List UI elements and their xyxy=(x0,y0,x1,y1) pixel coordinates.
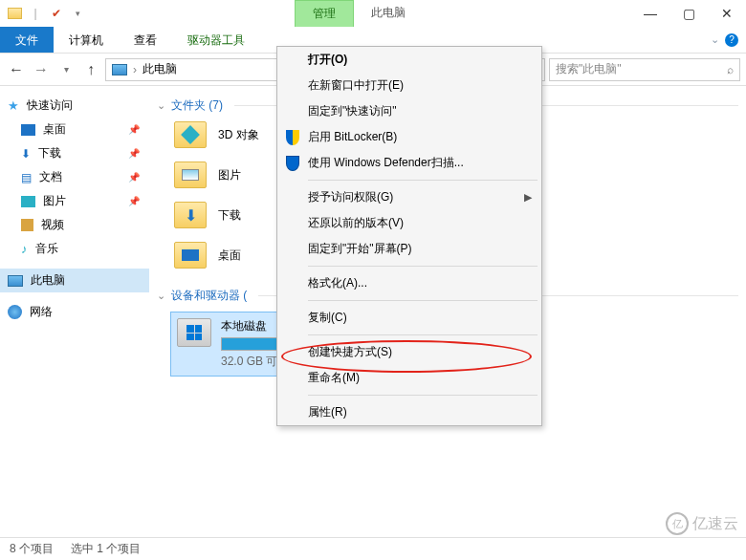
back-button[interactable]: ← xyxy=(6,59,27,80)
chevron-down-icon[interactable]: ⌄ xyxy=(711,33,719,46)
ribbon-computer[interactable]: 计算机 xyxy=(54,27,119,53)
sidebar-label: 下载 xyxy=(38,145,61,162)
ctx-properties[interactable]: 属性(R) xyxy=(277,399,541,425)
sidebar-label: 音乐 xyxy=(35,241,58,257)
pin-icon: 📌 xyxy=(128,196,140,206)
sidebar-label: 此电脑 xyxy=(31,272,65,289)
title-tabs: 管理 此电脑 xyxy=(295,0,423,27)
sidebar-label: 文档 xyxy=(39,169,62,185)
sidebar-videos[interactable]: 视频 xyxy=(0,213,149,237)
ctx-defender[interactable]: 使用 Windows Defender扫描... xyxy=(277,150,541,176)
ctx-open[interactable]: 打开(O) xyxy=(277,47,541,73)
close-button[interactable]: ✕ xyxy=(708,0,746,27)
ctx-label: 启用 BitLocker(B) xyxy=(308,129,397,145)
download-icon: ⬇ xyxy=(21,147,31,161)
separator xyxy=(308,180,538,181)
ctx-pin-start[interactable]: 固定到"开始"屏幕(P) xyxy=(277,236,541,262)
pc-icon xyxy=(8,275,23,287)
status-item-count: 8 个项目 xyxy=(10,541,54,557)
ribbon-view[interactable]: 查看 xyxy=(119,27,172,53)
ctx-pin-quick-access[interactable]: 固定到"快速访问" xyxy=(277,98,541,124)
minimize-button[interactable]: — xyxy=(631,0,669,27)
chevron-down-icon: ⌄ xyxy=(157,290,165,302)
ctx-copy[interactable]: 复制(C) xyxy=(277,305,541,331)
sidebar-music[interactable]: ♪ 音乐 xyxy=(0,237,149,261)
group-label: 设备和驱动器 ( xyxy=(171,288,247,304)
ctx-format[interactable]: 格式化(A)... xyxy=(277,270,541,296)
folder-label: 3D 对象 xyxy=(218,127,259,143)
watermark: 亿 亿速云 xyxy=(666,512,738,535)
sidebar-quick-access[interactable]: ★ 快速访问 xyxy=(0,94,149,118)
folder-label: 图片 xyxy=(218,167,241,183)
separator xyxy=(308,266,538,267)
ctx-rename[interactable]: 重命名(M) xyxy=(277,365,541,391)
ctx-label: 授予访问权限(G) xyxy=(308,189,393,205)
quick-access-toolbar: | ✔ ▾ xyxy=(0,5,86,22)
sidebar: ★ 快速访问 桌面 📌 ⬇ 下载 📌 ▤ 文档 📌 图片 📌 视频 ♪ xyxy=(0,86,149,531)
sidebar-downloads[interactable]: ⬇ 下载 📌 xyxy=(0,141,149,165)
help-icon[interactable]: ? xyxy=(725,33,738,47)
forward-button[interactable]: → xyxy=(31,59,52,80)
pc-icon xyxy=(112,64,127,75)
sidebar-desktop[interactable]: 桌面 📌 xyxy=(0,118,149,141)
breadcrumb-separator: › xyxy=(133,63,137,76)
ctx-bitlocker[interactable]: 启用 BitLocker(B) xyxy=(277,124,541,150)
search-icon[interactable]: ⌕ xyxy=(727,63,734,76)
window-controls: — ▢ ✕ xyxy=(631,0,746,27)
sidebar-this-pc[interactable]: 此电脑 xyxy=(0,269,149,292)
ctx-label: 使用 Windows Defender扫描... xyxy=(308,155,464,171)
pin-icon: 📌 xyxy=(128,124,140,135)
desktop-icon xyxy=(21,124,35,136)
ctx-give-access[interactable]: 授予访问权限(G) ▶ xyxy=(277,184,541,210)
titlebar: | ✔ ▾ 管理 此电脑 — ▢ ✕ xyxy=(0,0,746,27)
ctx-restore-versions[interactable]: 还原以前的版本(V) xyxy=(277,210,541,236)
defender-shield-icon xyxy=(285,156,300,171)
folder-label: 下载 xyxy=(218,207,241,224)
sidebar-network[interactable]: 网络 xyxy=(0,300,149,324)
up-button[interactable]: ↑ xyxy=(80,59,101,80)
pin-icon: 📌 xyxy=(128,172,140,183)
folder-label: 桌面 xyxy=(218,248,241,264)
window-title: 此电脑 xyxy=(354,0,423,27)
app-icon xyxy=(6,5,23,22)
qat-dropdown-icon[interactable]: ▾ xyxy=(69,5,86,22)
qat-separator: | xyxy=(27,5,44,22)
ctx-open-new-window[interactable]: 在新窗口中打开(E) xyxy=(277,73,541,98)
search-placeholder: 搜索"此电脑" xyxy=(556,61,622,77)
sidebar-label: 图片 xyxy=(43,193,66,209)
breadcrumb-location[interactable]: 此电脑 xyxy=(143,61,177,77)
star-icon: ★ xyxy=(8,98,19,113)
sidebar-label: 快速访问 xyxy=(27,97,73,114)
sidebar-documents[interactable]: ▤ 文档 📌 xyxy=(0,165,149,189)
folder-icon xyxy=(174,121,207,148)
network-icon xyxy=(8,305,22,319)
maximize-button[interactable]: ▢ xyxy=(669,0,708,27)
windows-icon xyxy=(186,325,202,340)
separator xyxy=(308,395,538,396)
videos-icon xyxy=(21,219,33,231)
recent-dropdown-icon[interactable]: ▾ xyxy=(55,59,77,80)
ribbon-right: ⌄ ? xyxy=(711,27,746,53)
music-icon: ♪ xyxy=(21,242,28,256)
submenu-arrow-icon: ▶ xyxy=(524,191,532,204)
status-selected-count: 选中 1 个项目 xyxy=(71,541,141,557)
separator xyxy=(308,300,538,301)
sidebar-label: 桌面 xyxy=(43,121,66,138)
status-bar: 8 个项目 选中 1 个项目 xyxy=(0,537,746,560)
sidebar-pictures[interactable]: 图片 📌 xyxy=(0,189,149,213)
pictures-icon xyxy=(21,196,35,207)
folder-icon: ⬇ xyxy=(174,202,207,228)
ctx-create-shortcut[interactable]: 创建快捷方式(S) xyxy=(277,339,541,365)
ribbon-file[interactable]: 文件 xyxy=(0,27,54,53)
pin-icon: 📌 xyxy=(128,148,140,159)
search-input[interactable]: 搜索"此电脑" ⌕ xyxy=(549,58,740,81)
context-menu: 打开(O) 在新窗口中打开(E) 固定到"快速访问" 启用 BitLocker(… xyxy=(276,46,542,426)
watermark-logo: 亿 xyxy=(666,512,689,535)
tab-manage[interactable]: 管理 xyxy=(295,0,354,27)
document-icon: ▤ xyxy=(21,171,32,184)
drive-progress-fill xyxy=(222,338,281,350)
folder-icon xyxy=(174,242,207,269)
checkmark-icon[interactable]: ✔ xyxy=(48,5,65,22)
separator xyxy=(308,334,538,335)
ribbon-drive-tools[interactable]: 驱动器工具 xyxy=(172,27,260,53)
